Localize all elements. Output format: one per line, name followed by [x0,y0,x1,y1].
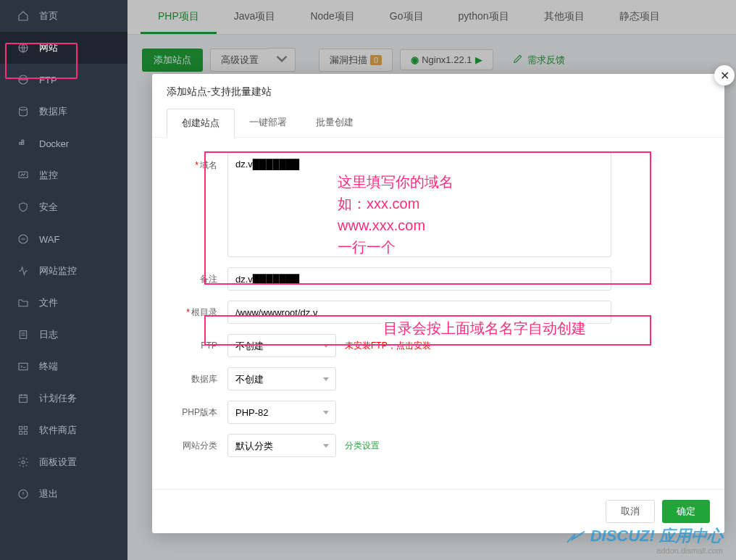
sidebar-item-terminal[interactable]: 终端 [0,351,127,383]
sidebar-item-cron[interactable]: 计划任务 [0,383,127,414]
sidebar-label: 退出 [39,488,58,501]
sidebar-label: 监控 [39,169,58,182]
sidebar-label: FTP [39,75,57,85]
sidebar-label: 面板设置 [39,456,77,469]
dialog-title: 添加站点-支持批量建站 [152,74,724,109]
category-select[interactable]: 默认分类 [227,434,336,457]
ftp-install-link[interactable]: 未安装FTP，点击安装 [345,340,431,352]
sidebar-label: WAF [39,234,59,245]
sidebar-label: 文件 [39,296,58,309]
svg-rect-14 [24,431,27,434]
db-select[interactable]: 不创建 [227,367,336,390]
svg-rect-13 [20,431,22,434]
sidebar-label: 安全 [39,201,58,214]
sidebar-item-logs[interactable]: 日志 [0,319,127,351]
svg-point-2 [20,107,28,110]
terminal-icon [17,361,29,372]
sidebar-item-security[interactable]: 安全 [0,191,127,223]
sidebar-item-site-monitor[interactable]: 网站监控 [0,255,127,287]
dialog-tab-create[interactable]: 创建站点 [167,109,235,138]
sidebar-item-softstore[interactable]: 软件商店 [0,414,127,446]
power-icon [17,488,29,500]
label-root: *根目录 [174,306,217,319]
label-domain: *域名 [174,152,217,172]
grid-icon [17,425,29,436]
sidebar-label: 日志 [39,328,58,341]
sidebar-item-settings[interactable]: 面板设置 [0,446,127,478]
sidebar-label: 计划任务 [39,392,77,405]
label-db: 数据库 [174,373,217,385]
sidebar-item-logout[interactable]: 退出 [0,478,127,510]
dialog-tab-batch[interactable]: 批量创建 [301,109,368,137]
sidebar-item-docker[interactable]: Docker [0,128,127,159]
root-input[interactable] [227,301,611,324]
gear-icon [17,456,29,468]
sidebar-label: 软件商店 [39,424,77,437]
docker-icon [17,138,29,149]
ftp-select[interactable]: 不创建 [227,334,336,357]
sidebar-label: 网站监控 [39,264,77,277]
sidebar-label: 首页 [39,9,58,22]
sidebar-label: 终端 [39,360,58,373]
shield-icon [17,201,29,213]
svg-rect-12 [24,427,27,430]
label-remark: 备注 [174,273,217,285]
svg-rect-3 [20,143,22,145]
sidebar-item-waf[interactable]: WAF [0,223,127,255]
dialog-form: *域名 dz.v███████ 备注 *根目录 FTP 不创建 未安装FTP，点… [152,138,724,489]
svg-rect-9 [19,363,28,369]
label-category: 网站分类 [174,440,217,452]
sidebar-item-website[interactable]: 网站 [0,32,127,64]
home-icon [17,10,29,22]
php-select[interactable]: PHP-82 [227,401,336,424]
close-icon[interactable]: ✕ [714,65,735,85]
globe-icon [17,42,29,54]
add-site-dialog: ✕ 添加站点-支持批量建站 创建站点 一键部署 批量创建 *域名 dz.v███… [152,74,724,533]
sidebar: 首页 网站 FTP 数据库 Docker 监控 安全 WAF 网站监控 文件 日… [0,0,127,560]
category-settings-link[interactable]: 分类设置 [345,440,380,452]
sidebar-item-ftp[interactable]: FTP [0,64,127,96]
waf-icon [17,233,29,245]
domain-textarea[interactable]: dz.v███████ [227,152,611,257]
folder-icon [17,297,29,309]
log-icon [17,329,29,340]
dialog-tab-deploy[interactable]: 一键部署 [235,109,301,137]
svg-rect-5 [22,140,24,142]
svg-rect-10 [20,395,28,402]
sidebar-item-home[interactable]: 首页 [0,0,127,32]
sidebar-label: Docker [39,138,69,149]
svg-rect-11 [20,427,22,430]
sidebar-item-database[interactable]: 数据库 [0,96,127,128]
cancel-button[interactable]: 取消 [606,500,655,523]
label-ftp: FTP [174,340,217,351]
dialog-footer: 取消 确定 [152,489,724,533]
sidebar-item-files[interactable]: 文件 [0,287,127,319]
svg-rect-8 [20,331,26,339]
dialog-tabs: 创建站点 一键部署 批量创建 [152,109,724,138]
sidebar-label: 网站 [39,41,58,54]
svg-point-15 [22,461,25,464]
sidebar-item-monitor[interactable]: 监控 [0,159,127,191]
calendar-icon [17,393,29,404]
label-php: PHP版本 [174,406,217,419]
sidebar-label: 数据库 [39,105,67,118]
remark-input[interactable] [227,267,611,291]
activity-icon [17,265,29,277]
database-icon [17,106,29,117]
ftp-icon [17,74,29,85]
svg-rect-4 [22,143,24,145]
monitor-icon [17,170,29,181]
ok-button[interactable]: 确定 [662,500,710,523]
